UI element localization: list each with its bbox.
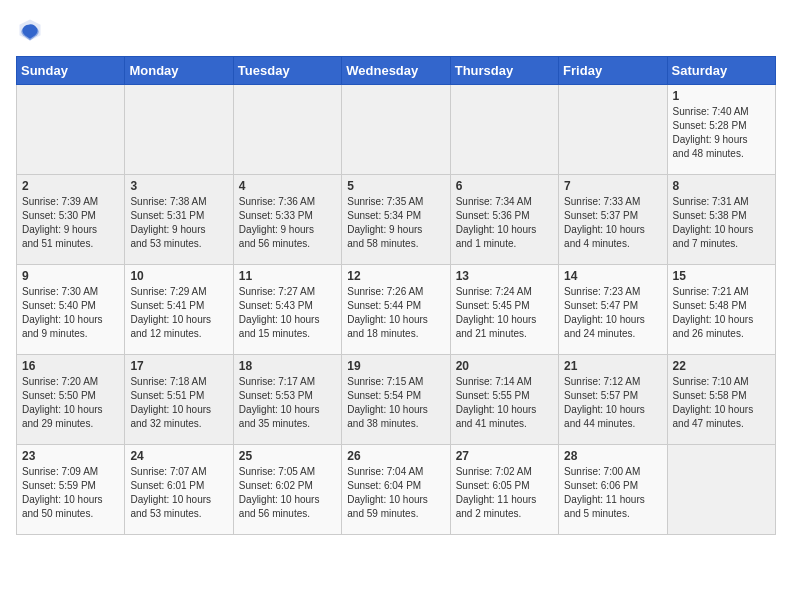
weekday-header-tuesday: Tuesday [233,57,341,85]
calendar-cell: 21Sunrise: 7:12 AM Sunset: 5:57 PM Dayli… [559,355,667,445]
calendar-cell [125,85,233,175]
day-info: Sunrise: 7:38 AM Sunset: 5:31 PM Dayligh… [130,195,227,251]
calendar-cell: 22Sunrise: 7:10 AM Sunset: 5:58 PM Dayli… [667,355,775,445]
day-info: Sunrise: 7:29 AM Sunset: 5:41 PM Dayligh… [130,285,227,341]
day-info: Sunrise: 7:20 AM Sunset: 5:50 PM Dayligh… [22,375,119,431]
day-number: 23 [22,449,119,463]
calendar-cell: 19Sunrise: 7:15 AM Sunset: 5:54 PM Dayli… [342,355,450,445]
day-number: 15 [673,269,770,283]
calendar-cell: 7Sunrise: 7:33 AM Sunset: 5:37 PM Daylig… [559,175,667,265]
day-number: 24 [130,449,227,463]
day-number: 13 [456,269,553,283]
calendar-week-row: 1Sunrise: 7:40 AM Sunset: 5:28 PM Daylig… [17,85,776,175]
day-number: 21 [564,359,661,373]
day-number: 14 [564,269,661,283]
calendar-week-row: 2Sunrise: 7:39 AM Sunset: 5:30 PM Daylig… [17,175,776,265]
calendar-cell: 25Sunrise: 7:05 AM Sunset: 6:02 PM Dayli… [233,445,341,535]
calendar-cell [450,85,558,175]
day-number: 22 [673,359,770,373]
day-info: Sunrise: 7:04 AM Sunset: 6:04 PM Dayligh… [347,465,444,521]
calendar-cell [559,85,667,175]
weekday-header-friday: Friday [559,57,667,85]
calendar-week-row: 9Sunrise: 7:30 AM Sunset: 5:40 PM Daylig… [17,265,776,355]
day-number: 3 [130,179,227,193]
weekday-header-thursday: Thursday [450,57,558,85]
day-info: Sunrise: 7:39 AM Sunset: 5:30 PM Dayligh… [22,195,119,251]
day-number: 17 [130,359,227,373]
day-info: Sunrise: 7:23 AM Sunset: 5:47 PM Dayligh… [564,285,661,341]
calendar-cell [667,445,775,535]
calendar-cell: 12Sunrise: 7:26 AM Sunset: 5:44 PM Dayli… [342,265,450,355]
calendar-cell: 20Sunrise: 7:14 AM Sunset: 5:55 PM Dayli… [450,355,558,445]
calendar-cell: 3Sunrise: 7:38 AM Sunset: 5:31 PM Daylig… [125,175,233,265]
day-number: 11 [239,269,336,283]
weekday-header-sunday: Sunday [17,57,125,85]
calendar-table: SundayMondayTuesdayWednesdayThursdayFrid… [16,56,776,535]
calendar-week-row: 23Sunrise: 7:09 AM Sunset: 5:59 PM Dayli… [17,445,776,535]
day-info: Sunrise: 7:33 AM Sunset: 5:37 PM Dayligh… [564,195,661,251]
calendar-cell: 11Sunrise: 7:27 AM Sunset: 5:43 PM Dayli… [233,265,341,355]
weekday-header-wednesday: Wednesday [342,57,450,85]
day-info: Sunrise: 7:35 AM Sunset: 5:34 PM Dayligh… [347,195,444,251]
day-info: Sunrise: 7:27 AM Sunset: 5:43 PM Dayligh… [239,285,336,341]
calendar-cell: 6Sunrise: 7:34 AM Sunset: 5:36 PM Daylig… [450,175,558,265]
calendar-cell [233,85,341,175]
calendar-cell: 27Sunrise: 7:02 AM Sunset: 6:05 PM Dayli… [450,445,558,535]
calendar-body: 1Sunrise: 7:40 AM Sunset: 5:28 PM Daylig… [17,85,776,535]
weekday-header-monday: Monday [125,57,233,85]
calendar-cell: 24Sunrise: 7:07 AM Sunset: 6:01 PM Dayli… [125,445,233,535]
calendar-cell: 5Sunrise: 7:35 AM Sunset: 5:34 PM Daylig… [342,175,450,265]
day-number: 18 [239,359,336,373]
day-number: 20 [456,359,553,373]
page-header [16,16,776,44]
day-number: 7 [564,179,661,193]
day-number: 2 [22,179,119,193]
calendar-cell: 13Sunrise: 7:24 AM Sunset: 5:45 PM Dayli… [450,265,558,355]
day-number: 10 [130,269,227,283]
day-info: Sunrise: 7:15 AM Sunset: 5:54 PM Dayligh… [347,375,444,431]
calendar-cell: 1Sunrise: 7:40 AM Sunset: 5:28 PM Daylig… [667,85,775,175]
calendar-cell: 18Sunrise: 7:17 AM Sunset: 5:53 PM Dayli… [233,355,341,445]
day-number: 4 [239,179,336,193]
calendar-week-row: 16Sunrise: 7:20 AM Sunset: 5:50 PM Dayli… [17,355,776,445]
calendar-cell: 9Sunrise: 7:30 AM Sunset: 5:40 PM Daylig… [17,265,125,355]
day-info: Sunrise: 7:17 AM Sunset: 5:53 PM Dayligh… [239,375,336,431]
day-info: Sunrise: 7:10 AM Sunset: 5:58 PM Dayligh… [673,375,770,431]
day-info: Sunrise: 7:24 AM Sunset: 5:45 PM Dayligh… [456,285,553,341]
day-info: Sunrise: 7:09 AM Sunset: 5:59 PM Dayligh… [22,465,119,521]
day-info: Sunrise: 7:12 AM Sunset: 5:57 PM Dayligh… [564,375,661,431]
calendar-header: SundayMondayTuesdayWednesdayThursdayFrid… [17,57,776,85]
day-info: Sunrise: 7:21 AM Sunset: 5:48 PM Dayligh… [673,285,770,341]
day-number: 6 [456,179,553,193]
day-info: Sunrise: 7:14 AM Sunset: 5:55 PM Dayligh… [456,375,553,431]
day-number: 5 [347,179,444,193]
day-info: Sunrise: 7:00 AM Sunset: 6:06 PM Dayligh… [564,465,661,521]
day-number: 8 [673,179,770,193]
day-info: Sunrise: 7:40 AM Sunset: 5:28 PM Dayligh… [673,105,770,161]
day-number: 16 [22,359,119,373]
day-number: 1 [673,89,770,103]
day-info: Sunrise: 7:31 AM Sunset: 5:38 PM Dayligh… [673,195,770,251]
day-info: Sunrise: 7:05 AM Sunset: 6:02 PM Dayligh… [239,465,336,521]
day-number: 28 [564,449,661,463]
day-number: 19 [347,359,444,373]
weekday-header-row: SundayMondayTuesdayWednesdayThursdayFrid… [17,57,776,85]
day-info: Sunrise: 7:26 AM Sunset: 5:44 PM Dayligh… [347,285,444,341]
calendar-cell: 4Sunrise: 7:36 AM Sunset: 5:33 PM Daylig… [233,175,341,265]
calendar-cell [342,85,450,175]
day-info: Sunrise: 7:02 AM Sunset: 6:05 PM Dayligh… [456,465,553,521]
calendar-cell: 2Sunrise: 7:39 AM Sunset: 5:30 PM Daylig… [17,175,125,265]
day-info: Sunrise: 7:07 AM Sunset: 6:01 PM Dayligh… [130,465,227,521]
calendar-cell: 8Sunrise: 7:31 AM Sunset: 5:38 PM Daylig… [667,175,775,265]
calendar-cell: 23Sunrise: 7:09 AM Sunset: 5:59 PM Dayli… [17,445,125,535]
day-info: Sunrise: 7:34 AM Sunset: 5:36 PM Dayligh… [456,195,553,251]
calendar-cell: 26Sunrise: 7:04 AM Sunset: 6:04 PM Dayli… [342,445,450,535]
day-number: 25 [239,449,336,463]
calendar-cell: 16Sunrise: 7:20 AM Sunset: 5:50 PM Dayli… [17,355,125,445]
logo [16,16,48,44]
day-info: Sunrise: 7:18 AM Sunset: 5:51 PM Dayligh… [130,375,227,431]
calendar-cell: 15Sunrise: 7:21 AM Sunset: 5:48 PM Dayli… [667,265,775,355]
day-number: 12 [347,269,444,283]
calendar-cell: 17Sunrise: 7:18 AM Sunset: 5:51 PM Dayli… [125,355,233,445]
day-info: Sunrise: 7:36 AM Sunset: 5:33 PM Dayligh… [239,195,336,251]
